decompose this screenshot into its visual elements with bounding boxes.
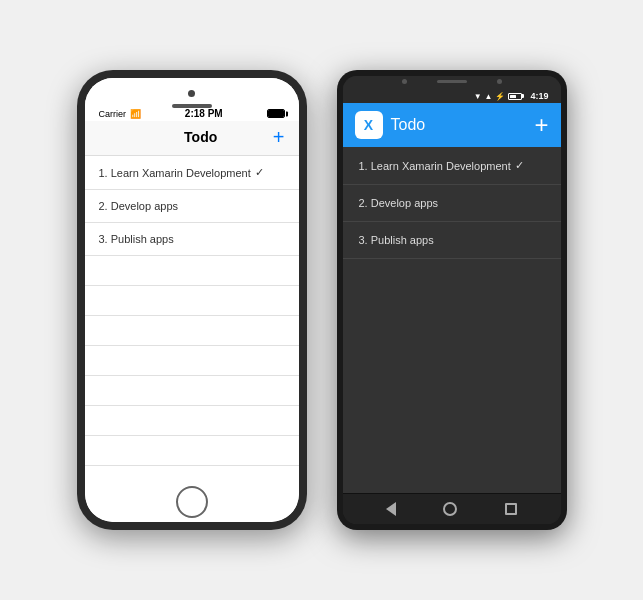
android-recents-button[interactable]	[505, 503, 517, 515]
ios-wifi-icon: 📶	[130, 109, 141, 119]
ios-checkmark-0: ✓	[255, 166, 264, 179]
ios-time: 2:18 PM	[185, 108, 223, 119]
ios-speaker	[172, 104, 212, 108]
android-list-item-0[interactable]: 1. Learn Xamarin Development ✓	[343, 147, 561, 185]
android-time: 4:19	[530, 91, 548, 101]
android-status-icons: ▼ ▲ ⚡	[474, 92, 523, 101]
ios-todo-list: 1. Learn Xamarin Development ✓ 2. Develo…	[85, 156, 299, 478]
ios-item-text-0: 1. Learn Xamarin Development	[99, 167, 251, 179]
ios-empty-row	[85, 466, 299, 478]
android-item-text-0: 1. Learn Xamarin Development	[359, 160, 511, 172]
android-battery	[508, 93, 522, 100]
android-list-item-1[interactable]: 2. Develop apps	[343, 185, 561, 222]
recents-square-icon	[505, 503, 517, 515]
android-battery-icon: ⚡	[495, 92, 505, 101]
android-back-button[interactable]	[386, 502, 396, 516]
ios-phone: Carrier 📶 2:18 PM Todo + 1. Learn Xamari…	[77, 70, 307, 530]
ios-battery	[267, 109, 285, 118]
android-speaker	[437, 80, 467, 83]
ios-empty-row	[85, 346, 299, 376]
ios-carrier: Carrier 📶	[99, 109, 142, 119]
ios-home-indicator	[85, 478, 299, 522]
ios-item-text-1: 2. Develop apps	[99, 200, 179, 212]
ios-empty-row	[85, 376, 299, 406]
android-app-title: Todo	[391, 116, 426, 134]
ios-empty-row	[85, 316, 299, 346]
android-toolbar-left: X Todo	[355, 111, 426, 139]
ios-notch	[85, 78, 299, 104]
ios-nav-title: Todo	[129, 129, 273, 145]
android-item-text-1: 2. Develop apps	[359, 197, 439, 209]
ios-nav-bar: Todo +	[85, 121, 299, 156]
ios-empty-row	[85, 406, 299, 436]
android-item-text-2: 3. Publish apps	[359, 234, 434, 246]
ios-item-text-2: 3. Publish apps	[99, 233, 174, 245]
android-checkmark-0: ✓	[515, 159, 524, 172]
android-home-button[interactable]	[443, 502, 457, 516]
android-todo-list: 1. Learn Xamarin Development ✓ 2. Develo…	[343, 147, 561, 493]
android-nav-bar	[343, 493, 561, 524]
android-signal-icon: ▼	[474, 92, 482, 101]
home-circle-icon	[443, 502, 457, 516]
ios-home-button[interactable]	[176, 486, 208, 518]
xamarin-logo: X	[355, 111, 383, 139]
ios-screen: Carrier 📶 2:18 PM Todo + 1. Learn Xamari…	[85, 78, 299, 522]
ios-list-item-2[interactable]: 3. Publish apps	[85, 223, 299, 256]
ios-carrier-label: Carrier	[99, 109, 127, 119]
ios-list-item-0[interactable]: 1. Learn Xamarin Development ✓	[85, 156, 299, 190]
android-camera	[402, 79, 407, 84]
android-status-bar: ▼ ▲ ⚡ 4:19	[343, 87, 561, 103]
ios-add-button[interactable]: +	[273, 127, 285, 147]
android-sensor	[497, 79, 502, 84]
ios-empty-row	[85, 436, 299, 466]
xamarin-logo-letter: X	[364, 117, 373, 133]
ios-list-item-1[interactable]: 2. Develop apps	[85, 190, 299, 223]
android-add-button[interactable]: +	[534, 113, 548, 137]
ios-empty-row	[85, 256, 299, 286]
android-wifi-icon: ▲	[485, 92, 493, 101]
android-list-item-2[interactable]: 3. Publish apps	[343, 222, 561, 259]
android-screen: ▼ ▲ ⚡ 4:19 X Todo + 1. Learn Xamarin De	[343, 76, 561, 524]
ios-empty-row	[85, 286, 299, 316]
ios-camera	[188, 90, 195, 97]
android-toolbar: X Todo +	[343, 103, 561, 147]
android-phone: ▼ ▲ ⚡ 4:19 X Todo + 1. Learn Xamarin De	[337, 70, 567, 530]
back-triangle-icon	[386, 502, 396, 516]
android-camera-area	[343, 76, 561, 87]
